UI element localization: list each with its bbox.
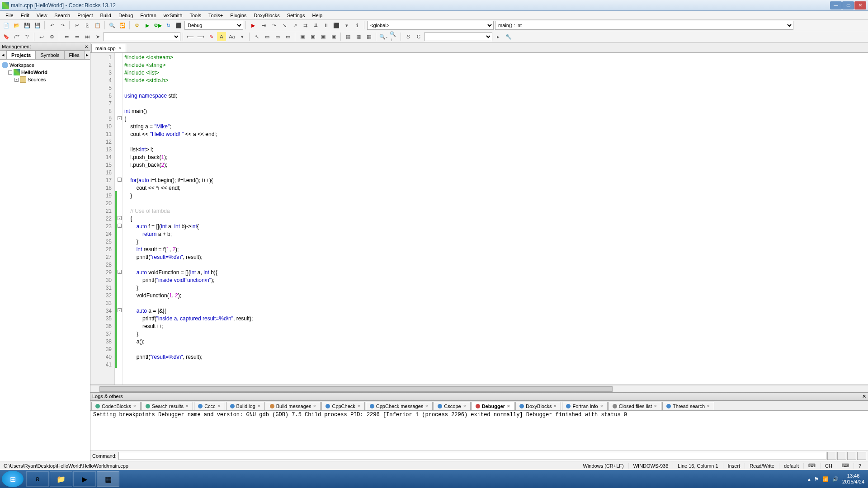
log-tab-close-icon[interactable]: ✕ <box>133 404 137 408</box>
replace-icon[interactable]: 🔁 <box>118 21 127 30</box>
log-tab-close-icon[interactable]: ✕ <box>313 404 316 408</box>
hl-icon[interactable]: A <box>217 32 226 41</box>
next-bm-icon[interactable]: ⟶ <box>196 32 205 41</box>
cmd-btn4-icon[interactable] <box>857 452 866 460</box>
mgmt-tab-projects[interactable]: Projects <box>6 51 36 59</box>
fold-icon[interactable]: - <box>118 216 122 220</box>
management-close-icon[interactable]: ✕ <box>85 44 88 49</box>
doxy-icon[interactable]: 🔖 <box>2 32 11 41</box>
debug-windows-icon[interactable]: ▾ <box>342 21 351 30</box>
log-tab-thread-search[interactable]: Thread search✕ <box>662 402 714 410</box>
grid3-icon[interactable]: ▦ <box>364 32 373 41</box>
cfg-icon[interactable]: 🔧 <box>504 32 513 41</box>
workspace-node[interactable]: Workspace <box>9 62 34 68</box>
scope-select[interactable]: <global> <box>367 21 494 30</box>
save-all-icon[interactable]: 💾 <box>33 21 42 30</box>
cmd-btn1-icon[interactable] <box>827 452 836 460</box>
comment2-icon[interactable]: */ <box>23 32 32 41</box>
cut-icon[interactable]: ✂ <box>72 21 81 30</box>
tray-up-icon[interactable]: ▴ <box>808 476 811 482</box>
tabs-prev-icon[interactable]: ◂ <box>0 51 6 59</box>
fold-column[interactable]: ------ <box>117 53 123 385</box>
insert-icon[interactable]: ⮐ <box>37 32 46 41</box>
status-kb-icon[interactable]: ⌨ <box>837 463 854 469</box>
tray-flag-icon[interactable]: ⚑ <box>814 476 819 482</box>
close-button[interactable]: ✕ <box>854 1 866 9</box>
menu-tools[interactable]: Tools <box>186 12 205 19</box>
step-out-icon[interactable]: ↗ <box>290 21 299 30</box>
code-content[interactable]: #include <iostream>#include <string>#inc… <box>123 53 868 385</box>
box1-icon[interactable]: ▭ <box>263 32 272 41</box>
log-tab-closed-files-list[interactable]: Closed files list✕ <box>609 402 661 410</box>
log-tab-cppcheck-messages[interactable]: CppCheck messages✕ <box>366 402 433 410</box>
project-tree[interactable]: Workspace -HelloWorld +Sources <box>0 60 90 461</box>
status-lang-icon[interactable]: ⌨ <box>804 463 821 469</box>
tray-clock[interactable]: 13:46 2015/4/24 <box>842 473 864 485</box>
box3-icon[interactable]: ▭ <box>283 32 292 41</box>
log-tab-fortran-info[interactable]: Fortran info✕ <box>562 402 607 410</box>
build-icon[interactable]: ⚙ <box>132 21 142 30</box>
hl-clear-icon[interactable]: ▾ <box>238 32 247 41</box>
box2-icon[interactable]: ▭ <box>273 32 282 41</box>
fold-icon[interactable]: - <box>118 270 122 274</box>
log-tab-close-icon[interactable]: ✕ <box>357 404 361 408</box>
mgmt-tab-files[interactable]: Files <box>64 51 85 59</box>
abort-icon[interactable]: ⬛ <box>174 21 183 30</box>
log-tab-build-log[interactable]: Build log✕ <box>226 402 265 410</box>
stop-icon[interactable]: ⬛ <box>332 21 341 30</box>
open-file-icon[interactable]: 📂 <box>12 21 21 30</box>
menu-doxyblocks[interactable]: DoxyBlocks <box>250 12 283 19</box>
fold-icon[interactable]: - <box>118 224 122 228</box>
function-select[interactable]: main() : int <box>495 21 793 30</box>
menu-file[interactable]: File <box>2 12 17 19</box>
find-icon[interactable]: 🔍 <box>108 21 117 30</box>
menu-plugins[interactable]: Plugins <box>226 12 250 19</box>
fold-icon[interactable]: - <box>118 178 122 182</box>
cmd-btn3-icon[interactable] <box>847 452 856 460</box>
command-input[interactable] <box>118 452 826 460</box>
undo-icon[interactable]: ↶ <box>47 21 57 30</box>
next-line-icon[interactable]: ↷ <box>269 21 278 30</box>
snippet-select[interactable] <box>425 32 492 41</box>
menu-debug[interactable]: Debug <box>115 12 137 19</box>
log-tab-build-messages[interactable]: Build messages✕ <box>266 402 321 410</box>
back-icon[interactable]: ⬅ <box>62 32 71 41</box>
sel-icon[interactable]: ↖ <box>252 32 261 41</box>
redo-icon[interactable]: ↷ <box>58 21 67 30</box>
menu-wxsmith[interactable]: wxSmith <box>160 12 186 19</box>
run2-icon[interactable]: ▸ <box>494 32 503 41</box>
step-into-icon[interactable]: ↘ <box>280 21 289 30</box>
fold-icon[interactable]: - <box>118 116 122 120</box>
menu-settings[interactable]: Settings <box>283 12 309 19</box>
tabs-next-icon[interactable]: ▸ <box>84 51 90 59</box>
win4-icon[interactable]: ▣ <box>329 32 338 41</box>
break-icon[interactable]: ⏸ <box>321 21 330 30</box>
expand-icon[interactable]: - <box>8 70 12 75</box>
run-icon[interactable]: ▶ <box>143 21 152 30</box>
grid2-icon[interactable]: ▦ <box>354 32 363 41</box>
step-instr-icon[interactable]: ⇊ <box>311 21 320 30</box>
menu-tools+[interactable]: Tools+ <box>205 12 226 19</box>
logs-close-icon[interactable]: ✕ <box>862 394 866 399</box>
s-icon[interactable]: S <box>404 32 413 41</box>
log-tab-code-blocks[interactable]: Code::Blocks✕ <box>91 402 141 410</box>
task-codeblocks-icon[interactable]: ▦ <box>97 471 119 487</box>
log-tab-doxyblocks[interactable]: DoxyBlocks✕ <box>515 402 561 410</box>
status-help-icon[interactable]: ? <box>854 463 866 469</box>
menu-project[interactable]: Project <box>74 12 96 19</box>
hl2-icon[interactable]: Aa <box>227 32 236 41</box>
build-run-icon[interactable]: ⚙▶ <box>153 21 162 30</box>
menu-fortran[interactable]: Fortran <box>137 12 160 19</box>
menu-build[interactable]: Build <box>96 12 114 19</box>
menu-search[interactable]: Search <box>51 12 74 19</box>
run-to-cursor-icon[interactable]: ⇥ <box>259 21 268 30</box>
log-tab-debugger[interactable]: Debugger✕ <box>472 402 514 410</box>
task-explorer-icon[interactable]: 📁 <box>50 471 72 487</box>
log-tab-cccc[interactable]: Cccc✕ <box>194 402 225 410</box>
save-icon[interactable]: 💾 <box>23 21 32 30</box>
c-icon[interactable]: C <box>414 32 423 41</box>
info-icon[interactable]: ℹ <box>353 21 362 30</box>
menu-help[interactable]: Help <box>308 12 326 19</box>
minimize-button[interactable]: — <box>830 1 842 9</box>
task-ie-icon[interactable]: e <box>26 471 49 487</box>
